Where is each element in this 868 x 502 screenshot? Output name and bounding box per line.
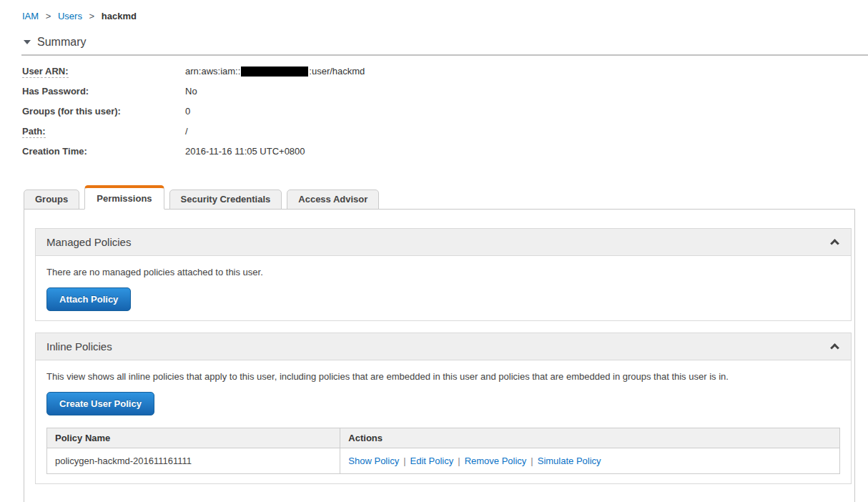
- user-arn-value: arn:aws:iam:::user/hackmd: [185, 66, 365, 77]
- field-row-path: Path: /: [22, 126, 868, 137]
- has-password-label: Has Password:: [22, 86, 185, 97]
- breadcrumb-link-users[interactable]: Users: [58, 11, 82, 21]
- groups-value: 0: [185, 106, 190, 117]
- summary-title: Summary: [37, 36, 86, 49]
- tab-security-credentials[interactable]: Security Credentials: [169, 190, 282, 210]
- field-row-creation-time: Creation Time: 2016-11-16 11:05 UTC+0800: [22, 146, 868, 157]
- table-row: policygen-hackmd-201611161111 Show Polic…: [47, 448, 840, 474]
- create-user-policy-button[interactable]: Create User Policy: [46, 392, 154, 415]
- inline-policies-section: Inline Policies This view shows all inli…: [35, 333, 852, 484]
- inline-policies-header[interactable]: Inline Policies: [36, 333, 851, 360]
- managed-policies-body: There are no managed policies attached t…: [36, 256, 851, 320]
- field-row-has-password: Has Password: No: [22, 86, 868, 97]
- creation-time-value: 2016-11-16 11:05 UTC+0800: [185, 146, 305, 157]
- tab-access-advisor[interactable]: Access Advisor: [287, 190, 379, 210]
- managed-policies-header[interactable]: Managed Policies: [36, 229, 851, 256]
- tab-permissions[interactable]: Permissions: [84, 185, 164, 210]
- creation-time-label: Creation Time:: [22, 146, 185, 157]
- tab-groups[interactable]: Groups: [24, 190, 79, 210]
- show-policy-link[interactable]: Show Policy: [348, 456, 399, 466]
- table-header-row: Policy Name Actions: [47, 428, 840, 448]
- managed-policies-title: Managed Policies: [46, 236, 131, 248]
- policy-name-cell: policygen-hackmd-201611161111: [47, 448, 340, 474]
- user-arn-label: User ARN:: [22, 66, 69, 78]
- breadcrumb-current-user: hackmd: [102, 11, 137, 21]
- actions-column-header: Actions: [340, 428, 840, 448]
- policy-name-column-header: Policy Name: [47, 428, 340, 448]
- field-row-groups: Groups (for this user): 0: [22, 106, 868, 117]
- edit-policy-link[interactable]: Edit Policy: [410, 456, 454, 466]
- inline-policies-title: Inline Policies: [46, 340, 112, 353]
- breadcrumb: IAM > Users > hackmd: [0, 0, 868, 21]
- breadcrumb-separator: >: [46, 11, 51, 21]
- path-value: /: [185, 126, 188, 137]
- attach-policy-button[interactable]: Attach Policy: [46, 287, 131, 311]
- inline-policies-body: This view shows all inline policies that…: [36, 360, 851, 483]
- breadcrumb-link-iam[interactable]: IAM: [22, 11, 39, 21]
- collapse-triangle-icon: [24, 40, 31, 44]
- tab-bar: Groups Permissions Security Credentials …: [0, 185, 868, 209]
- chevron-up-icon[interactable]: [830, 239, 839, 248]
- simulate-policy-link[interactable]: Simulate Policy: [538, 456, 601, 466]
- policy-actions-cell: Show Policy|Edit Policy|Remove Policy|Si…: [340, 448, 840, 474]
- groups-label: Groups (for this user):: [22, 106, 185, 117]
- summary-divider: [21, 54, 868, 56]
- managed-policies-empty-message: There are no managed policies attached t…: [46, 267, 840, 278]
- inline-policies-table: Policy Name Actions policygen-hackmd-201…: [46, 428, 840, 474]
- field-row-user-arn: User ARN: arn:aws:iam:::user/hackmd: [22, 66, 868, 77]
- path-label: Path:: [22, 126, 46, 138]
- breadcrumb-separator: >: [89, 11, 95, 21]
- summary-fields: User ARN: arn:aws:iam:::user/hackmd Has …: [22, 66, 868, 157]
- managed-policies-section: Managed Policies There are no managed po…: [35, 228, 852, 321]
- summary-section-toggle[interactable]: Summary: [24, 36, 868, 49]
- has-password-value: No: [185, 86, 197, 97]
- redacted-account-id: [241, 67, 308, 77]
- inline-policies-description: This view shows all inline policies that…: [46, 371, 840, 383]
- permissions-tab-panel: Managed Policies There are no managed po…: [24, 209, 855, 502]
- remove-policy-link[interactable]: Remove Policy: [465, 456, 527, 466]
- chevron-up-icon[interactable]: [830, 343, 839, 353]
